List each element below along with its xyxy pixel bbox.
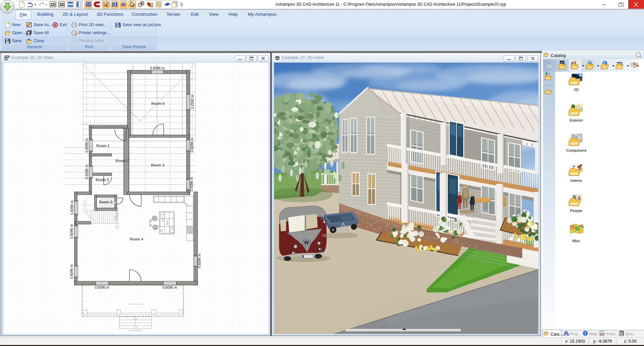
svg-text:Room 1: Room 1 (96, 144, 110, 148)
svg-text:0.6096 m: 0.6096 m (198, 254, 201, 268)
svg-text:0.6096 m: 0.6096 m (85, 138, 89, 153)
svg-text:R: R (571, 226, 574, 229)
svg-text:Room 5: Room 5 (96, 178, 109, 182)
svg-text:?: ? (584, 331, 586, 336)
svg-text:0.6096 m: 0.6096 m (190, 138, 194, 152)
svg-text:0.6096 m: 0.6096 m (85, 165, 89, 179)
svg-text:Room 7: Room 7 (115, 159, 129, 163)
svg-text:2D: 2D (50, 2, 56, 7)
svg-text:0.6096 m: 0.6096 m (95, 286, 109, 289)
svg-text:0.6096 m: 0.6096 m (163, 286, 177, 289)
svg-text:Room 6: Room 6 (151, 101, 165, 106)
svg-text:Room 4: Room 4 (130, 237, 143, 241)
svg-text:1.8288 m: 1.8288 m (70, 201, 74, 215)
svg-text:Room 2: Room 2 (99, 200, 112, 204)
svg-text:3D: 3D (59, 2, 64, 7)
svg-text:1.2192 m: 1.2192 m (191, 95, 194, 109)
svg-text:0.6096 m: 0.6096 m (70, 265, 73, 279)
svg-text:4 x 24.0/25.8: 4 x 24.0/25.8 (128, 329, 142, 332)
svg-text:0.6096 m: 0.6096 m (70, 224, 73, 239)
svg-text:0.6096 m: 0.6096 m (190, 177, 194, 192)
svg-text:Room 3: Room 3 (151, 163, 164, 167)
svg-text:0.6096 m: 0.6096 m (150, 66, 165, 70)
